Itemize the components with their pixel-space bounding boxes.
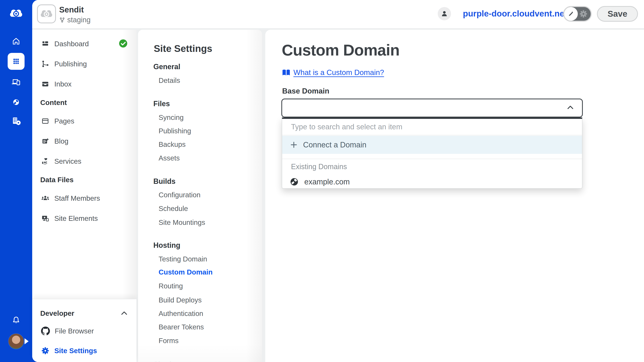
sidebar-section-content: Content — [40, 97, 67, 108]
sidebar-item-label: Pages — [54, 117, 74, 125]
sidebar-item-label: Staff Members — [54, 194, 100, 202]
site-logo[interactable] — [37, 4, 56, 23]
help-link-row[interactable]: What is a Custom Domain? — [282, 68, 384, 77]
sidebar-item-label: Publishing — [54, 60, 87, 68]
git-merge-icon — [41, 60, 50, 68]
people-icon — [41, 194, 50, 203]
settings-item-authentication[interactable]: Authentication — [158, 308, 203, 319]
account-avatar[interactable] — [438, 7, 451, 20]
sidebar-item-label: File Browser — [55, 327, 94, 335]
site-logo-icon — [40, 8, 53, 20]
sidebar-item-site-settings[interactable]: Site Settings — [41, 346, 97, 356]
sidebar-section-developer: Developer — [40, 308, 74, 319]
help-link-label: What is a Custom Domain? — [294, 68, 384, 77]
settings-group-sharing: Sharing — [153, 359, 180, 362]
app-rail — [0, 0, 32, 362]
sidebar-item-publishing[interactable]: Publishing — [41, 59, 87, 69]
sidebar-item-services[interactable]: Services — [41, 156, 81, 167]
sidebar-item-label: Blog — [54, 137, 68, 145]
git-branch-icon — [59, 17, 65, 23]
preview-url-link[interactable]: purple-door.cloudvent.net — [463, 9, 577, 18]
blog-icon — [41, 137, 50, 145]
settings-item-details[interactable]: Details — [158, 75, 180, 86]
settings-item-backups[interactable]: Backups — [158, 139, 186, 150]
base-domain-select[interactable] — [281, 98, 583, 117]
github-icon — [41, 327, 50, 336]
cloudcannon-logo-icon — [10, 7, 23, 20]
sidebar-item-inbox[interactable]: Inbox — [41, 79, 72, 89]
settings-item-routing[interactable]: Routing — [158, 281, 183, 291]
sidebar-item-label: Site Settings — [54, 347, 97, 355]
pages-icon — [41, 117, 50, 125]
gear-icon — [41, 347, 50, 355]
sidebar-item-pages[interactable]: Pages — [41, 116, 74, 126]
user-avatar[interactable] — [8, 334, 24, 349]
home-icon[interactable] — [0, 37, 32, 46]
site-elements-icon — [41, 214, 50, 223]
settings-item-schedule[interactable]: Schedule — [158, 203, 188, 214]
primary-sidebar: Dashboard Publishing Inbox Content — [32, 30, 136, 362]
edit-settings-mode-toggle[interactable] — [563, 6, 592, 22]
sidebar-section-data-files: Data Files — [40, 175, 74, 185]
open-book-icon — [282, 69, 290, 76]
preview-url-text: purple-door.cloudvent.net — [463, 9, 567, 18]
devices-icon[interactable] — [0, 77, 32, 87]
sidebar-item-label: Dashboard — [54, 40, 89, 48]
environment-label: staging — [67, 16, 90, 24]
sidebar-item-file-browser[interactable]: File Browser — [41, 326, 94, 336]
connect-a-domain-label: Connect a Domain — [303, 141, 366, 149]
settings-nav-scroll-shadow — [246, 30, 262, 362]
settings-item-testing-domain[interactable]: Testing Domain — [158, 254, 207, 264]
dropdown-divider — [282, 159, 582, 159]
settings-sidebar: Site Settings General Details Files Sync… — [138, 30, 262, 362]
apps-grid-icon[interactable] — [8, 53, 24, 70]
caret-up-icon — [567, 105, 574, 110]
base-domain-label: Base Domain — [282, 87, 329, 95]
domain-option-example-com[interactable]: example.com — [282, 175, 582, 188]
settings-group-general: General — [153, 61, 180, 72]
plus-icon — [290, 141, 298, 148]
inbox-icon — [41, 80, 50, 88]
settings-item-bearer-tokens[interactable]: Bearer Tokens — [158, 322, 204, 332]
globe-icon[interactable] — [0, 97, 32, 107]
synced-check-badge — [119, 39, 128, 48]
save-button[interactable]: Save — [597, 6, 638, 22]
sidebar-item-staff-members[interactable]: Staff Members — [41, 193, 100, 204]
settings-item-configuration[interactable]: Configuration — [158, 190, 200, 200]
settings-item-forms[interactable]: Forms — [158, 336, 178, 346]
settings-group-builds: Builds — [153, 176, 176, 187]
domain-option-label: example.com — [304, 178, 350, 186]
sidebar-developer-section: Developer File Browser Si — [32, 299, 136, 362]
hand-heart-icon — [41, 157, 50, 166]
settings-item-publishing[interactable]: Publishing — [158, 126, 191, 136]
page-title: Custom Domain — [282, 41, 400, 59]
settings-item-assets[interactable]: Assets — [158, 153, 180, 163]
settings-item-site-mountings[interactable]: Site Mountings — [158, 217, 205, 228]
connect-a-domain-option[interactable]: Connect a Domain — [282, 136, 582, 154]
sidebar-item-site-elements[interactable]: Site Elements — [41, 213, 98, 224]
organization-settings-icon[interactable] — [0, 116, 32, 126]
site-name: Sendit — [59, 5, 84, 14]
settings-item-custom-domain[interactable]: Custom Domain — [158, 267, 212, 277]
existing-domains-group-label: Existing Domains — [291, 161, 347, 172]
settings-item-build-deploys[interactable]: Build Deploys — [158, 295, 202, 305]
sidebar-item-label: Inbox — [54, 80, 72, 88]
settings-group-files: Files — [153, 98, 170, 109]
cloudcannon-logo[interactable] — [0, 7, 32, 20]
sidebar-item-label: Site Elements — [54, 214, 98, 222]
edit-mode-knob — [564, 7, 578, 21]
app-header: Sendit staging purple-door.cloudvent.net — [32, 0, 644, 28]
dashboard-icon — [41, 40, 50, 48]
globe-icon — [290, 177, 299, 186]
notifications-bell-icon[interactable] — [0, 315, 32, 325]
chevron-up-icon[interactable] — [121, 311, 128, 316]
sidebar-item-blog[interactable]: Blog — [41, 136, 68, 146]
base-domain-dropdown: Type to search and select an item Connec… — [282, 117, 582, 189]
dropdown-search-input[interactable]: Type to search and select an item — [282, 119, 582, 135]
settings-item-syncing[interactable]: Syncing — [158, 112, 184, 123]
settings-group-hosting: Hosting — [153, 240, 180, 251]
sidebar-item-label: Services — [54, 157, 81, 165]
expand-rail-arrow-icon[interactable] — [24, 338, 28, 344]
sidebar-item-dashboard[interactable]: Dashboard — [41, 39, 89, 49]
gear-icon — [579, 9, 588, 18]
